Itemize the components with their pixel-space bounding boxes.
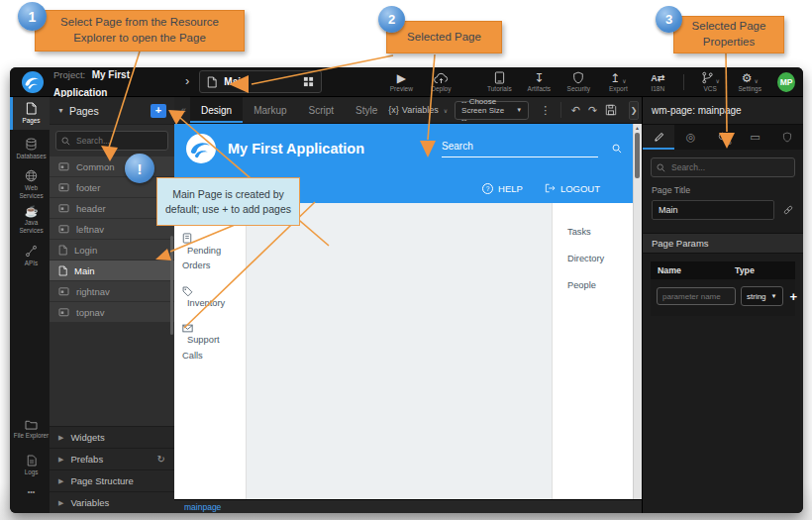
nav-support-calls[interactable]: Support Calls [174, 324, 242, 363]
section-label: Widgets [70, 432, 104, 443]
search-icon[interactable] [612, 144, 622, 154]
nav-pending-orders[interactable]: Pending Orders [174, 233, 242, 273]
tutorials-icon [494, 71, 505, 84]
device-tab[interactable]: ▭ [739, 125, 770, 150]
user-avatar[interactable]: MP [777, 72, 795, 92]
page-item-common[interactable]: Common [50, 156, 174, 176]
page-item-main[interactable]: Main [50, 260, 174, 280]
tab-markup[interactable]: Markup [243, 97, 297, 123]
rail-more-button[interactable]: ••• [10, 484, 50, 498]
canvas-scrollbar[interactable]: ▲ [633, 124, 642, 500]
rail-item-java-services[interactable]: ☕ Java Services [10, 204, 50, 237]
settings-button[interactable]: ⚙∨ Settings [737, 71, 762, 92]
api-nodes-icon [25, 245, 38, 258]
screen-size-select[interactable]: -- Choose Screen Size -- ▼ [455, 101, 529, 120]
logout-link[interactable]: LOGOUT [545, 183, 600, 194]
nav-tasks[interactable]: Tasks [567, 227, 634, 237]
export-button[interactable]: ↥∨ Export [605, 71, 631, 92]
variables-button[interactable]: {x} Variables ∨ [388, 105, 448, 115]
properties-search[interactable] [651, 157, 795, 177]
styles-icon: ◎ [686, 131, 696, 144]
rail-item-logs[interactable]: Logs [10, 449, 50, 481]
pages-scrollbar[interactable] [170, 236, 173, 335]
app-title[interactable]: My First Application [228, 141, 364, 156]
page-icon [207, 76, 217, 88]
refresh-icon[interactable]: ↻ [157, 454, 165, 465]
i18n-button[interactable]: A⇄ I18N [645, 71, 670, 92]
project-breadcrumb: Project: My First Application [53, 67, 171, 100]
section-page-structure[interactable]: ▶ Page Structure [50, 469, 174, 491]
open-page-tab[interactable]: Main [199, 70, 322, 93]
tab-script[interactable]: Script [298, 97, 346, 123]
logout-icon [545, 183, 556, 193]
search-settings-tab[interactable]: ⚙ [707, 125, 739, 150]
page-item-topnav[interactable]: topnav [50, 302, 174, 322]
statusbar-page-tab[interactable]: mainpage [184, 502, 221, 512]
scroll-up-icon[interactable]: ▲ [635, 125, 640, 131]
preview-button[interactable]: ▶ Preview [388, 71, 414, 92]
wavemaker-studio-window: Project: My First Application › Main ▶ P… [10, 67, 803, 513]
artifacts-button[interactable]: ↧ Artifacts [526, 71, 552, 92]
expand-properties-button[interactable]: ❯ [629, 101, 639, 120]
canvas-content-area[interactable] [247, 203, 552, 500]
rail-label: Pages [23, 117, 41, 125]
collapse-left-icon[interactable]: « [177, 105, 190, 115]
page-item-login[interactable]: Login [50, 240, 174, 260]
download-tray-icon: ↧ [534, 71, 544, 84]
page-params-header[interactable]: Page Params [643, 233, 803, 254]
link-icon[interactable] [782, 204, 794, 216]
properties-tab[interactable] [643, 125, 674, 150]
save-button[interactable] [601, 104, 621, 116]
partial-icon [58, 183, 69, 192]
pages-search-input[interactable] [74, 135, 162, 147]
app-logo-icon[interactable] [186, 134, 216, 163]
tutorials-button[interactable]: Tutorials [486, 71, 512, 92]
pages-panel-header[interactable]: ▼ Pages + [50, 97, 174, 125]
step-3-badge: 3 [656, 6, 682, 33]
add-param-button[interactable]: + [790, 289, 798, 304]
wavemaker-logo-icon[interactable] [22, 71, 44, 93]
project-label: Project: [53, 69, 85, 80]
more-options-icon[interactable]: ⋮ [536, 104, 555, 117]
param-type-select[interactable]: string ▼ [741, 286, 783, 306]
rail-item-pages[interactable]: Pages [10, 97, 50, 130]
canvas-app-header[interactable]: My First Application Search [174, 124, 634, 173]
nav-people[interactable]: People [567, 280, 634, 290]
app-search-input[interactable]: Search [442, 141, 598, 157]
pages-search[interactable] [55, 131, 168, 151]
vcs-button[interactable]: ∨ VCS [697, 71, 723, 92]
styles-tab[interactable]: ◎ [674, 125, 706, 150]
grid-icon[interactable] [303, 76, 314, 87]
topbar-divider [683, 74, 684, 90]
security-tab[interactable] [771, 125, 803, 150]
security-button[interactable]: Security [565, 71, 591, 92]
editor-toolbar: « Design Markup Script Style {x} Variabl… [174, 97, 642, 124]
tab-style[interactable]: Style [345, 97, 388, 123]
page-title-input[interactable] [652, 200, 774, 220]
rail-item-apis[interactable]: APIs [10, 240, 50, 272]
param-type-value: string [747, 292, 766, 301]
section-variables[interactable]: ▶ Variables [50, 491, 174, 513]
redo-button[interactable]: ↷ [584, 104, 601, 117]
shield-icon [782, 132, 792, 143]
section-widgets[interactable]: ▶ Widgets [50, 426, 174, 448]
help-link[interactable]: ? HELP [482, 183, 523, 194]
param-name-input[interactable] [657, 287, 736, 305]
properties-search-input[interactable] [669, 161, 789, 173]
rail-item-databases[interactable]: Databases [10, 133, 50, 165]
rail-item-web-services[interactable]: Web Services [10, 168, 50, 201]
undo-button[interactable]: ↶ [567, 104, 584, 117]
page-item-rightnav[interactable]: rightnav [50, 281, 174, 301]
section-prefabs[interactable]: ▶ Prefabs ↻ [50, 448, 174, 469]
deploy-label: Deploy [431, 85, 451, 92]
rail-item-file-explorer[interactable]: File Explorer [10, 413, 50, 446]
scrollbar-thumb[interactable] [635, 133, 640, 178]
column-type: Type [735, 265, 755, 275]
nav-inventory[interactable]: Inventory [174, 286, 242, 311]
tab-design[interactable]: Design [190, 97, 243, 123]
topbar: Project: My First Application › Main ▶ P… [10, 67, 803, 97]
deploy-button[interactable]: Deploy [428, 71, 454, 92]
ellipsis-icon: ••• [28, 488, 35, 497]
add-page-button[interactable]: + [151, 104, 166, 118]
nav-directory[interactable]: Directory [567, 254, 634, 263]
